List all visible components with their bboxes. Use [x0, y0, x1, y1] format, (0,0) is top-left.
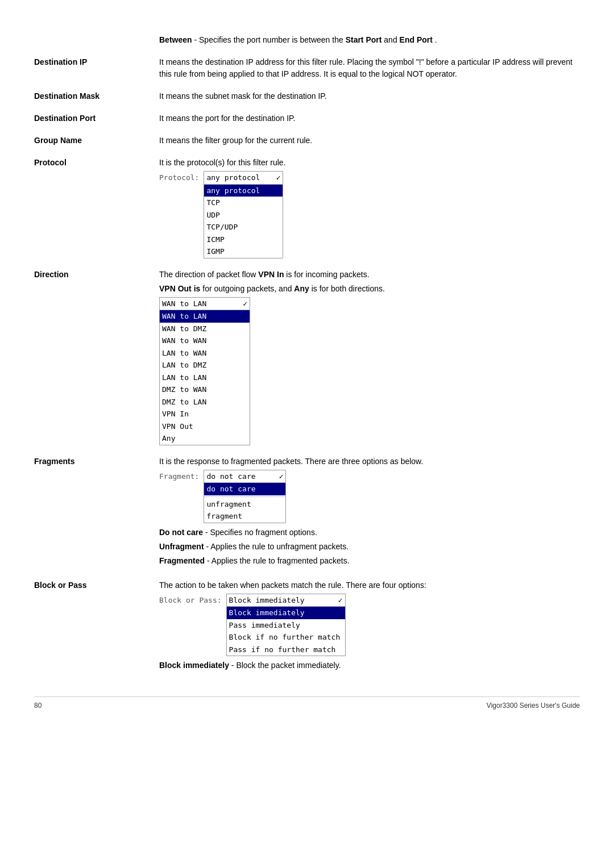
fragment-divider: [204, 496, 285, 497]
block-option-pass-immediately[interactable]: Pass immediately: [227, 619, 345, 632]
block-desc1-bold: Block immediately: [159, 661, 229, 670]
block-dropdown[interactable]: Block immediately ✓ Block immediately Pa…: [226, 594, 346, 657]
label-direction: Direction: [34, 269, 159, 279]
fragment-dropdown[interactable]: do not care ✓ do not care unfragment fra…: [204, 470, 286, 523]
fragments-desc1-rest: - Specifies no fragment options.: [205, 528, 317, 537]
block-option-pass-no-further[interactable]: Pass if no further match: [227, 644, 345, 656]
between-period: .: [435, 35, 437, 44]
content-group-name: It means the filter group for the curren…: [159, 135, 580, 147]
direction-vpn-in-bold: VPN In: [258, 270, 284, 279]
direction-line2: VPN Out is for outgoing packets, and Any…: [159, 283, 580, 295]
label-destination-mask: Destination Mask: [34, 90, 159, 101]
direction-selected[interactable]: WAN to LAN ✓: [160, 298, 250, 311]
protocol-option-icmp[interactable]: ICMP: [204, 233, 283, 246]
block-option-block-no-further[interactable]: Block if no further match: [227, 631, 345, 644]
start-port-bold: Start Port: [346, 35, 382, 44]
entry-direction: Direction The direction of packet flow V…: [34, 269, 580, 445]
protocol-option-udp[interactable]: UDP: [204, 209, 283, 222]
direction-line2-end: is for both directions.: [312, 284, 385, 293]
protocol-option-tcpudp[interactable]: TCP/UDP: [204, 221, 283, 233]
label-destination-port: Destination Port: [34, 112, 159, 123]
between-text1: - Specifies the port number is between t…: [194, 35, 345, 44]
block-selected[interactable]: Block immediately ✓: [227, 594, 345, 607]
label-destination-ip: Destination IP: [34, 56, 159, 66]
direction-option-wan-wan[interactable]: WAN to WAN: [160, 335, 250, 347]
block-arrow-icon: ✓: [338, 595, 343, 606]
end-port-bold: End Port: [400, 35, 433, 44]
fragment-form: Fragment: do not care ✓ do not care unfr…: [159, 470, 580, 523]
direction-dropdown[interactable]: WAN to LAN ✓ WAN to LAN WAN to DMZ WAN t…: [159, 297, 250, 445]
direction-option-lan-lan[interactable]: LAN to LAN: [160, 372, 250, 384]
block-dropdown-list[interactable]: Block immediately ✓ Block immediately Pa…: [226, 594, 346, 657]
direction-option-vpn-out[interactable]: VPN Out: [160, 420, 250, 433]
direction-option-dmz-lan[interactable]: DMZ to LAN: [160, 396, 250, 408]
block-desc1: Block immediately - Block the packet imm…: [159, 660, 580, 671]
fragments-desc2-rest: - Applies the rule to unfragment packets…: [206, 542, 349, 551]
direction-dropdown-list[interactable]: WAN to LAN ✓ WAN to LAN WAN to DMZ WAN t…: [159, 297, 250, 445]
direction-option-dmz-wan[interactable]: DMZ to WAN: [160, 383, 250, 396]
content-block-or-pass: The action to be taken when packets matc…: [159, 579, 580, 674]
protocol-option-any[interactable]: any protocol: [204, 185, 283, 197]
entry-destination-port: Destination Port It means the port for t…: [34, 112, 580, 124]
protocol-option-igmp[interactable]: IGMP: [204, 245, 283, 258]
direction-option-wan-dmz[interactable]: WAN to DMZ: [160, 323, 250, 335]
content-destination-port: It means the port for the destination IP…: [159, 112, 580, 124]
direction-arrow-icon: ✓: [243, 298, 247, 310]
between-bold: Between: [159, 35, 192, 44]
protocol-intro: It is the protocol(s) for this filter ru…: [159, 157, 580, 169]
direction-intro-text1: The direction of packet flow: [159, 270, 258, 279]
content-fragments: It is the response to fragmented packets…: [159, 456, 580, 569]
protocol-arrow-icon: ✓: [276, 172, 281, 183]
entry-fragments: Fragments It is the response to fragment…: [34, 456, 580, 569]
between-and: and: [384, 35, 399, 44]
direction-form: WAN to LAN ✓ WAN to LAN WAN to DMZ WAN t…: [159, 297, 580, 445]
fragments-desc3-bold: Fragmented: [159, 556, 205, 565]
fragment-option-donotcare[interactable]: do not care: [204, 483, 285, 495]
protocol-option-tcp[interactable]: TCP: [204, 197, 283, 209]
direction-option-wan-lan[interactable]: WAN to LAN: [160, 310, 250, 323]
block-form-label: Block or Pass:: [159, 594, 222, 606]
fragments-desc1: Do not care - Specifies no fragment opti…: [159, 527, 580, 539]
content-destination-ip: It means the destination IP address for …: [159, 56, 580, 80]
block-option-immediately[interactable]: Block immediately: [227, 607, 345, 619]
page-content: Between - Specifies the port number is b…: [34, 34, 580, 710]
protocol-selected[interactable]: any protocol ✓: [204, 172, 283, 185]
product-name: Vigor3300 Series User's Guide: [487, 702, 580, 710]
protocol-dropdown-list[interactable]: any protocol ✓ any protocol TCP UDP TCP/…: [204, 171, 283, 258]
block-desc1-rest: - Block the packet immediately.: [231, 661, 341, 670]
fragments-desc2: Unfragment - Applies the rule to unfragm…: [159, 541, 580, 553]
fragment-arrow-icon: ✓: [279, 471, 284, 482]
label-block-or-pass: Block or Pass: [34, 579, 159, 590]
fragment-selected[interactable]: do not care ✓: [204, 470, 285, 483]
page-number: 80: [34, 702, 42, 710]
direction-any-bold: Any: [294, 284, 309, 293]
fragments-desc2-bold: Unfragment: [159, 542, 204, 551]
direction-intro: The direction of packet flow VPN In is f…: [159, 269, 580, 281]
entry-destination-ip: Destination IP It means the destination …: [34, 56, 580, 80]
entry-block-or-pass: Block or Pass The action to be taken whe…: [34, 579, 580, 674]
direction-intro-text2: is for incoming packets.: [286, 270, 369, 279]
direction-option-lan-dmz[interactable]: LAN to DMZ: [160, 359, 250, 372]
block-or-pass-intro: The action to be taken when packets matc…: [159, 579, 580, 591]
protocol-form-label: Protocol:: [159, 171, 199, 183]
content-destination-mask: It means the subnet mask for the destina…: [159, 90, 580, 102]
direction-vpn-out-bold: VPN Out is: [159, 284, 200, 293]
direction-option-vpn-in[interactable]: VPN In: [160, 408, 250, 420]
direction-option-lan-wan[interactable]: LAN to WAN: [160, 347, 250, 360]
fragments-desc3-rest: - Applies the rule to fragmented packets…: [207, 556, 350, 565]
content-direction: The direction of packet flow VPN In is f…: [159, 269, 580, 445]
content-protocol: It is the protocol(s) for this filter ru…: [159, 157, 580, 258]
fragment-dropdown-list[interactable]: do not care ✓ do not care unfragment fra…: [204, 470, 286, 523]
direction-option-any[interactable]: Any: [160, 432, 250, 445]
protocol-dropdown[interactable]: any protocol ✓ any protocol TCP UDP TCP/…: [204, 171, 283, 258]
entry-destination-mask: Destination Mask It means the subnet mas…: [34, 90, 580, 102]
fragment-option-unfragment[interactable]: unfragment: [204, 498, 285, 511]
direction-line2-rest: for outgoing packets, and: [202, 284, 294, 293]
fragments-desc1-bold: Do not care: [159, 528, 203, 537]
label-protocol: Protocol: [34, 157, 159, 167]
entry-group-name: Group Name It means the filter group for…: [34, 135, 580, 147]
fragment-form-label: Fragment:: [159, 470, 199, 482]
fragment-option-fragment[interactable]: fragment: [204, 510, 285, 523]
block-form: Block or Pass: Block immediately ✓ Block…: [159, 594, 580, 657]
entry-protocol: Protocol It is the protocol(s) for this …: [34, 157, 580, 258]
